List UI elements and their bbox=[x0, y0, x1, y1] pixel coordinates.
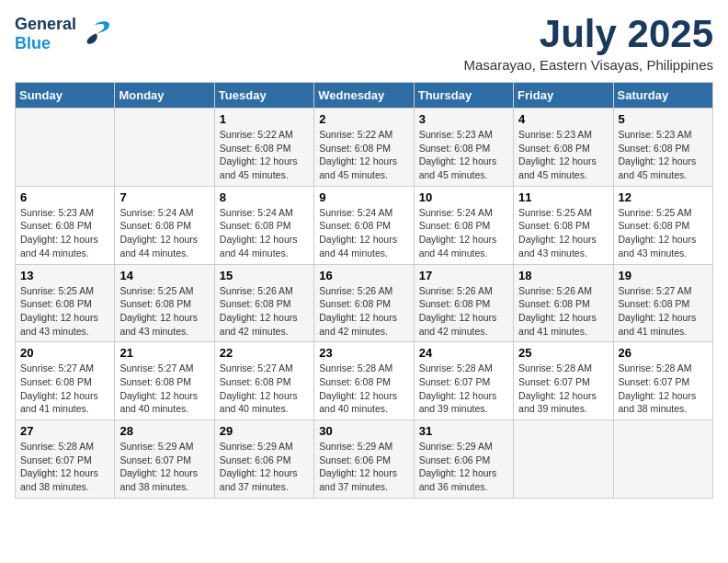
day-info: Sunrise: 5:29 AM Sunset: 6:07 PM Dayligh… bbox=[119, 440, 209, 494]
day-info: Sunrise: 5:26 AM Sunset: 6:08 PM Dayligh… bbox=[518, 284, 608, 339]
day-number: 16 bbox=[319, 269, 408, 282]
day-cell: 11Sunrise: 5:25 AM Sunset: 6:08 PM Dayli… bbox=[514, 186, 613, 264]
logo: General Blue bbox=[15, 15, 111, 53]
day-cell: 23Sunrise: 5:28 AM Sunset: 6:08 PM Dayli… bbox=[314, 342, 414, 420]
day-number: 9 bbox=[319, 190, 408, 204]
day-number: 12 bbox=[619, 190, 708, 204]
day-number: 21 bbox=[119, 346, 209, 360]
day-info: Sunrise: 5:24 AM Sunset: 6:08 PM Dayligh… bbox=[419, 206, 508, 260]
day-info: Sunrise: 5:27 AM Sunset: 6:08 PM Dayligh… bbox=[119, 362, 209, 416]
day-cell: 3Sunrise: 5:23 AM Sunset: 6:08 PM Daylig… bbox=[414, 109, 513, 187]
day-cell: 28Sunrise: 5:29 AM Sunset: 6:07 PM Dayli… bbox=[115, 420, 214, 499]
col-header-saturday: Saturday bbox=[613, 83, 712, 109]
col-header-thursday: Thursday bbox=[414, 83, 513, 109]
month-title: July 2025 bbox=[463, 15, 713, 53]
day-number: 27 bbox=[20, 424, 109, 438]
col-header-monday: Monday bbox=[115, 83, 214, 109]
day-number: 30 bbox=[319, 424, 408, 438]
day-number: 29 bbox=[220, 424, 309, 438]
day-info: Sunrise: 5:23 AM Sunset: 6:08 PM Dayligh… bbox=[419, 128, 508, 182]
day-info: Sunrise: 5:24 AM Sunset: 6:08 PM Dayligh… bbox=[119, 206, 209, 260]
day-info: Sunrise: 5:29 AM Sunset: 6:06 PM Dayligh… bbox=[319, 440, 408, 494]
day-info: Sunrise: 5:28 AM Sunset: 6:07 PM Dayligh… bbox=[419, 362, 508, 416]
day-number: 8 bbox=[220, 190, 309, 204]
week-row-1: 1Sunrise: 5:22 AM Sunset: 6:08 PM Daylig… bbox=[16, 109, 713, 187]
day-cell: 16Sunrise: 5:26 AM Sunset: 6:08 PM Dayli… bbox=[314, 264, 414, 342]
day-info: Sunrise: 5:23 AM Sunset: 6:08 PM Dayligh… bbox=[619, 128, 708, 182]
day-number: 20 bbox=[20, 346, 109, 360]
day-info: Sunrise: 5:28 AM Sunset: 6:07 PM Dayligh… bbox=[518, 362, 608, 416]
day-cell: 4Sunrise: 5:23 AM Sunset: 6:08 PM Daylig… bbox=[514, 109, 613, 187]
day-cell bbox=[613, 420, 712, 499]
day-number: 18 bbox=[518, 269, 608, 282]
day-cell: 13Sunrise: 5:25 AM Sunset: 6:08 PM Dayli… bbox=[16, 264, 115, 342]
day-info: Sunrise: 5:25 AM Sunset: 6:08 PM Dayligh… bbox=[119, 284, 209, 339]
day-number: 31 bbox=[419, 424, 508, 438]
day-info: Sunrise: 5:26 AM Sunset: 6:08 PM Dayligh… bbox=[220, 284, 309, 339]
day-cell: 1Sunrise: 5:22 AM Sunset: 6:08 PM Daylig… bbox=[214, 109, 313, 187]
col-header-wednesday: Wednesday bbox=[314, 83, 414, 109]
day-cell: 14Sunrise: 5:25 AM Sunset: 6:08 PM Dayli… bbox=[115, 264, 214, 342]
day-info: Sunrise: 5:26 AM Sunset: 6:08 PM Dayligh… bbox=[319, 284, 408, 339]
day-number: 2 bbox=[319, 112, 408, 126]
day-cell: 10Sunrise: 5:24 AM Sunset: 6:08 PM Dayli… bbox=[414, 186, 513, 264]
day-number: 10 bbox=[419, 190, 508, 204]
day-info: Sunrise: 5:22 AM Sunset: 6:08 PM Dayligh… bbox=[220, 128, 309, 182]
day-cell: 21Sunrise: 5:27 AM Sunset: 6:08 PM Dayli… bbox=[115, 342, 214, 420]
day-info: Sunrise: 5:27 AM Sunset: 6:08 PM Dayligh… bbox=[220, 362, 309, 416]
day-info: Sunrise: 5:29 AM Sunset: 6:06 PM Dayligh… bbox=[220, 440, 309, 494]
logo-blue-text: Blue bbox=[15, 34, 51, 52]
day-number: 22 bbox=[220, 346, 309, 360]
day-number: 23 bbox=[319, 346, 408, 360]
day-info: Sunrise: 5:28 AM Sunset: 6:08 PM Dayligh… bbox=[319, 362, 408, 416]
day-cell: 20Sunrise: 5:27 AM Sunset: 6:08 PM Dayli… bbox=[16, 342, 115, 420]
day-info: Sunrise: 5:28 AM Sunset: 6:07 PM Dayligh… bbox=[20, 440, 109, 494]
week-row-5: 27Sunrise: 5:28 AM Sunset: 6:07 PM Dayli… bbox=[16, 420, 713, 499]
day-number: 17 bbox=[419, 269, 508, 282]
header-row: SundayMondayTuesdayWednesdayThursdayFrid… bbox=[16, 83, 713, 109]
week-row-2: 6Sunrise: 5:23 AM Sunset: 6:08 PM Daylig… bbox=[16, 186, 713, 264]
day-info: Sunrise: 5:24 AM Sunset: 6:08 PM Dayligh… bbox=[220, 206, 309, 260]
day-number: 3 bbox=[419, 112, 508, 126]
day-info: Sunrise: 5:27 AM Sunset: 6:08 PM Dayligh… bbox=[619, 284, 708, 339]
day-cell: 19Sunrise: 5:27 AM Sunset: 6:08 PM Dayli… bbox=[613, 264, 712, 342]
day-cell: 26Sunrise: 5:28 AM Sunset: 6:07 PM Dayli… bbox=[613, 342, 712, 420]
day-number: 13 bbox=[20, 269, 109, 282]
col-header-sunday: Sunday bbox=[16, 83, 115, 109]
logo-general-text: General bbox=[15, 15, 76, 33]
day-info: Sunrise: 5:23 AM Sunset: 6:08 PM Dayligh… bbox=[20, 206, 109, 260]
day-cell: 31Sunrise: 5:29 AM Sunset: 6:06 PM Dayli… bbox=[414, 420, 513, 499]
day-cell: 30Sunrise: 5:29 AM Sunset: 6:06 PM Dayli… bbox=[314, 420, 414, 499]
day-number: 25 bbox=[518, 346, 608, 360]
day-number: 14 bbox=[119, 269, 209, 282]
title-block: July 2025 Masarayao, Eastern Visayas, Ph… bbox=[463, 15, 713, 73]
day-cell: 27Sunrise: 5:28 AM Sunset: 6:07 PM Dayli… bbox=[16, 420, 115, 499]
day-cell: 15Sunrise: 5:26 AM Sunset: 6:08 PM Dayli… bbox=[214, 264, 313, 342]
day-number: 4 bbox=[518, 112, 608, 126]
day-cell bbox=[16, 109, 115, 187]
day-cell: 7Sunrise: 5:24 AM Sunset: 6:08 PM Daylig… bbox=[115, 186, 214, 264]
day-info: Sunrise: 5:28 AM Sunset: 6:07 PM Dayligh… bbox=[619, 362, 708, 416]
day-info: Sunrise: 5:23 AM Sunset: 6:08 PM Dayligh… bbox=[518, 128, 608, 182]
col-header-friday: Friday bbox=[514, 83, 613, 109]
day-cell: 25Sunrise: 5:28 AM Sunset: 6:07 PM Dayli… bbox=[514, 342, 613, 420]
day-info: Sunrise: 5:29 AM Sunset: 6:06 PM Dayligh… bbox=[419, 440, 508, 494]
col-header-tuesday: Tuesday bbox=[214, 83, 313, 109]
week-row-3: 13Sunrise: 5:25 AM Sunset: 6:08 PM Dayli… bbox=[16, 264, 713, 342]
day-cell: 2Sunrise: 5:22 AM Sunset: 6:08 PM Daylig… bbox=[314, 109, 414, 187]
day-cell: 8Sunrise: 5:24 AM Sunset: 6:08 PM Daylig… bbox=[214, 186, 313, 264]
day-cell: 5Sunrise: 5:23 AM Sunset: 6:08 PM Daylig… bbox=[613, 109, 712, 187]
day-number: 26 bbox=[619, 346, 708, 360]
day-info: Sunrise: 5:25 AM Sunset: 6:08 PM Dayligh… bbox=[518, 206, 608, 260]
location-subtitle: Masarayao, Eastern Visayas, Philippines bbox=[463, 57, 713, 73]
page-header: General Blue July 2025 Masarayao, Easter… bbox=[15, 15, 713, 73]
day-cell: 12Sunrise: 5:25 AM Sunset: 6:08 PM Dayli… bbox=[613, 186, 712, 264]
day-number: 24 bbox=[419, 346, 508, 360]
day-cell bbox=[115, 109, 214, 187]
week-row-4: 20Sunrise: 5:27 AM Sunset: 6:08 PM Dayli… bbox=[16, 342, 713, 420]
day-number: 5 bbox=[619, 112, 708, 126]
day-number: 1 bbox=[220, 112, 309, 126]
logo-bird-icon bbox=[78, 17, 111, 51]
day-number: 11 bbox=[518, 190, 608, 204]
calendar-table: SundayMondayTuesdayWednesdayThursdayFrid… bbox=[15, 82, 713, 499]
